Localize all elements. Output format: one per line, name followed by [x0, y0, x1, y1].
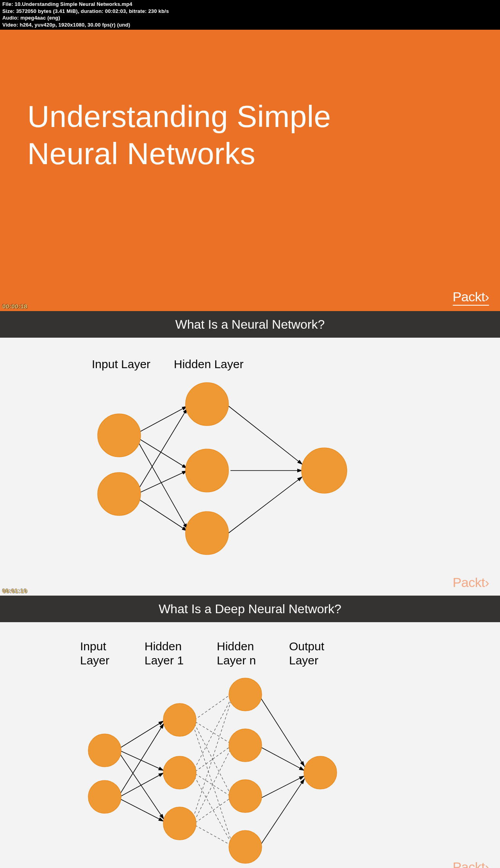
edge-dashed [195, 722, 230, 743]
label-out-l1: Output [289, 640, 325, 653]
hidden1-node [163, 756, 196, 789]
packt-text: Packt [453, 289, 485, 304]
title-slide: Understanding Simple Neural Networks Pac… [0, 30, 500, 311]
edge [260, 779, 305, 846]
label-input-l2: Layer [80, 654, 109, 667]
label-input-l1: Input [80, 640, 106, 653]
title-line1: Understanding Simple [27, 99, 331, 134]
edge-dashed [195, 746, 230, 771]
edge [137, 471, 188, 494]
edge-dashed [195, 798, 230, 823]
input-node [98, 472, 141, 515]
label-hn-l2: Layer n [217, 654, 256, 667]
file-metadata-bar: File: 10.Understanding Simple Neural Net… [0, 0, 500, 30]
edge-dashed [195, 777, 231, 843]
packt-logo: Packt› [453, 289, 489, 306]
deep-nn-diagram: Input Layer Hidden Layer 1 Hidden Layer … [0, 622, 500, 868]
label-hidden-layer: Hidden Layer [174, 358, 243, 370]
simple-nn-diagram: Input Layer Hidden Layer Packt› 00:01:10 [0, 338, 500, 596]
label-input-layer: Input Layer [92, 358, 150, 370]
hiddenn-node [229, 780, 262, 813]
hidden-node [186, 512, 229, 555]
edge [261, 747, 305, 771]
hiddenn-node [229, 729, 262, 762]
edge [120, 723, 164, 794]
meta-video: Video: h264, yuv420p, 1920x1080, 30.00 f… [2, 21, 498, 29]
section1-text: What Is a Neural Network? [175, 317, 325, 332]
simple-nn-svg: Input Layer Hidden Layer [0, 338, 500, 596]
timestamp-1: 00:00:18 [2, 303, 27, 310]
edge-dashed [195, 749, 230, 821]
edge [137, 408, 188, 492]
packt-logo: Packt› [453, 859, 489, 868]
hidden1-node [163, 703, 196, 736]
title-line2: Neural Networks [27, 136, 255, 171]
section-heading-2: What Is a Deep Neural Network? [0, 596, 500, 622]
edge [120, 721, 164, 748]
packt-text: Packt [453, 575, 485, 590]
edge [261, 776, 305, 798]
edge-dashed [193, 726, 231, 841]
slide-title-text: Understanding Simple Neural Networks [0, 30, 500, 172]
input-node [98, 414, 141, 457]
meta-audio: Audio: mpeg4aac (eng) [2, 14, 498, 21]
label-h1-l2: Layer 1 [145, 654, 184, 667]
hiddenn-node [229, 678, 262, 711]
packt-glyph: › [485, 859, 489, 868]
edge [120, 754, 164, 820]
edge [260, 696, 305, 767]
edge [121, 773, 164, 796]
output-node [304, 756, 337, 789]
label-h1-l1: Hidden [145, 640, 182, 653]
edge [137, 498, 188, 531]
edge [121, 751, 164, 771]
packt-glyph: › [485, 575, 489, 590]
edge [137, 406, 188, 433]
edge-dashed [195, 825, 230, 845]
packt-text: Packt [453, 859, 485, 868]
hiddenn-node [229, 830, 262, 863]
edge [229, 476, 303, 533]
timestamp-2: 00:01:10 [2, 587, 27, 594]
label-out-l2: Layer [289, 654, 318, 667]
meta-size: Size: 3572050 bytes (3.41 MiB), duration… [2, 8, 498, 15]
meta-file: File: 10.Understanding Simple Neural Net… [2, 1, 498, 8]
deep-nn-svg: Input Layer Hidden Layer 1 Hidden Layer … [0, 622, 500, 868]
input-node [88, 734, 121, 767]
label-hn-l1: Hidden [217, 640, 254, 653]
packt-logo: Packt› [453, 575, 489, 590]
hidden1-node [163, 807, 196, 840]
output-node [302, 448, 347, 493]
hidden-node [186, 383, 229, 426]
input-node [88, 780, 121, 813]
section-heading-1: What Is a Neural Network? [0, 311, 500, 338]
hidden-node [186, 449, 229, 492]
section2-text: What Is a Deep Neural Network? [159, 602, 341, 616]
edge-dashed [195, 694, 230, 720]
packt-glyph: › [485, 289, 489, 304]
edge [229, 406, 303, 465]
